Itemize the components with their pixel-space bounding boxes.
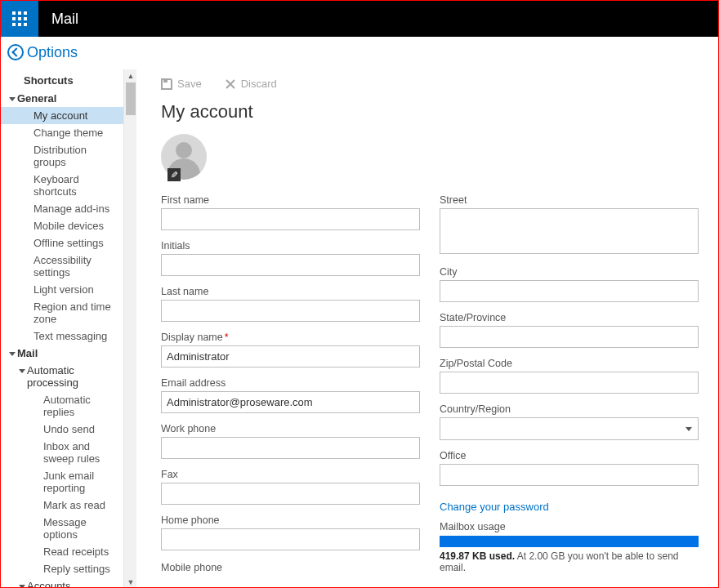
zip-field[interactable] bbox=[440, 372, 699, 394]
avatar[interactable] bbox=[161, 134, 207, 180]
mailbox-usage-text: 419.87 KB used. At 2.00 GB you won't be … bbox=[440, 550, 699, 573]
last-name-label: Last name bbox=[161, 286, 420, 297]
state-field[interactable] bbox=[440, 326, 699, 348]
nav-mark-as-read[interactable]: Mark as read bbox=[1, 497, 123, 514]
waffle-icon bbox=[12, 11, 27, 26]
avatar-edit-icon[interactable] bbox=[167, 168, 181, 181]
scroll-down-icon[interactable]: ▼ bbox=[124, 576, 137, 588]
nav-change-theme[interactable]: Change theme bbox=[1, 124, 123, 141]
nav-distribution-groups[interactable]: Distribution groups bbox=[1, 141, 123, 171]
nav-scrollbar[interactable]: ▲ ▼ bbox=[123, 69, 136, 588]
content: Save Discard My account First name Initi… bbox=[136, 68, 718, 587]
form-left-column: First name Initials Last name Display na… bbox=[161, 194, 420, 583]
street-field[interactable] bbox=[440, 208, 699, 254]
options-header: Options bbox=[1, 37, 718, 68]
nav-mail[interactable]: Mail bbox=[1, 345, 123, 362]
save-icon bbox=[161, 78, 172, 90]
back-icon[interactable] bbox=[7, 44, 24, 60]
form-right-column: Street City State/Province Zip/Postal Co… bbox=[440, 194, 699, 583]
initials-field[interactable] bbox=[161, 254, 420, 276]
country-select[interactable] bbox=[440, 417, 699, 440]
scroll-thumb[interactable] bbox=[126, 82, 136, 115]
city-field[interactable] bbox=[440, 280, 699, 302]
home-phone-field[interactable] bbox=[161, 528, 420, 550]
office-label: Office bbox=[440, 450, 699, 461]
nav-mobile-devices[interactable]: Mobile devices bbox=[1, 217, 123, 234]
state-label: State/Province bbox=[440, 312, 699, 323]
street-label: Street bbox=[440, 194, 699, 206]
nav-keyboard-shortcuts[interactable]: Keyboard shortcuts bbox=[1, 171, 123, 200]
topbar: Mail bbox=[1, 1, 718, 37]
city-label: City bbox=[440, 266, 699, 278]
nav-automatic-processing[interactable]: Automatic processing bbox=[1, 362, 123, 391]
email-field[interactable] bbox=[161, 391, 420, 413]
change-password-link[interactable]: Change your password bbox=[440, 501, 549, 513]
nav-manage-addins[interactable]: Manage add-ins bbox=[1, 200, 123, 217]
nav-accessibility[interactable]: Accessibility settings bbox=[1, 252, 123, 281]
fax-label: Fax bbox=[161, 469, 420, 480]
nav-my-account[interactable]: My account bbox=[1, 107, 123, 124]
nav-message-options[interactable]: Message options bbox=[1, 514, 123, 543]
page-title: My account bbox=[161, 101, 699, 122]
nav-automatic-replies[interactable]: Automatic replies bbox=[1, 391, 123, 421]
options-nav: Shortcuts General My account Change them… bbox=[1, 68, 136, 587]
app-launcher-button[interactable] bbox=[1, 1, 38, 37]
work-phone-label: Work phone bbox=[161, 423, 420, 434]
mobile-phone-label: Mobile phone bbox=[161, 562, 420, 573]
email-label: Email address bbox=[161, 377, 420, 389]
zip-label: Zip/Postal Code bbox=[440, 358, 699, 369]
work-phone-field[interactable] bbox=[161, 437, 420, 459]
discard-button[interactable]: Discard bbox=[225, 78, 277, 90]
mailbox-usage-label: Mailbox usage bbox=[440, 521, 699, 532]
fax-field[interactable] bbox=[161, 483, 420, 505]
office-field[interactable] bbox=[440, 464, 699, 486]
nav-region-time[interactable]: Region and time zone bbox=[1, 298, 123, 327]
nav-general[interactable]: General bbox=[1, 90, 123, 107]
nav-offline-settings[interactable]: Offline settings bbox=[1, 234, 123, 252]
nav-accounts[interactable]: Accounts bbox=[1, 577, 123, 588]
mailbox-usage-bar bbox=[440, 536, 699, 547]
nav-inbox-sweep[interactable]: Inbox and sweep rules bbox=[1, 438, 123, 467]
save-button[interactable]: Save bbox=[161, 78, 202, 90]
discard-icon bbox=[225, 78, 236, 90]
initials-label: Initials bbox=[161, 240, 420, 252]
app-title: Mail bbox=[38, 1, 92, 37]
nav-text-messaging[interactable]: Text messaging bbox=[1, 327, 123, 345]
first-name-label: First name bbox=[161, 194, 420, 206]
display-name-label: Display name* bbox=[161, 332, 420, 343]
nav-junk-reporting[interactable]: Junk email reporting bbox=[1, 467, 123, 497]
discard-label: Discard bbox=[241, 78, 277, 90]
display-name-field[interactable] bbox=[161, 345, 420, 368]
scroll-up-icon[interactable]: ▲ bbox=[124, 69, 137, 82]
country-label: Country/Region bbox=[440, 403, 699, 415]
nav-read-receipts[interactable]: Read receipts bbox=[1, 543, 123, 560]
options-label[interactable]: Options bbox=[27, 44, 78, 61]
save-label: Save bbox=[177, 78, 202, 90]
nav-reply-settings[interactable]: Reply settings bbox=[1, 560, 123, 577]
nav-light-version[interactable]: Light version bbox=[1, 281, 123, 298]
first-name-field[interactable] bbox=[161, 208, 420, 230]
home-phone-label: Home phone bbox=[161, 514, 420, 526]
last-name-field[interactable] bbox=[161, 300, 420, 322]
nav-undo-send[interactable]: Undo send bbox=[1, 421, 123, 438]
nav-shortcuts[interactable]: Shortcuts bbox=[1, 71, 123, 90]
toolbar: Save Discard bbox=[161, 73, 699, 101]
